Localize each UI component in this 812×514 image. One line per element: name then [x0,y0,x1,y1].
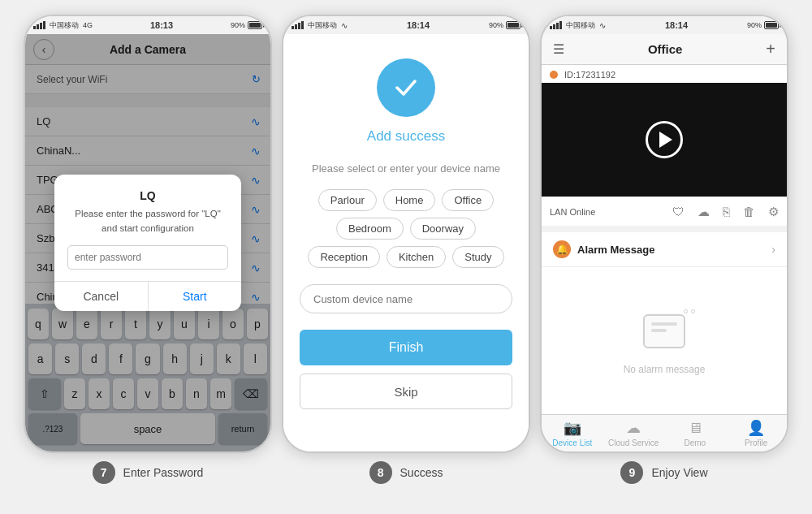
battery-icon-2 [506,21,520,29]
custom-input-wrap [300,284,512,313]
chip-parlour[interactable]: Parlour [318,189,377,211]
battery-icon-3 [764,21,779,29]
camera-status-text: LAN Online [550,207,672,217]
phone2-status-left: 中国移动 ∿ [292,20,348,31]
battery-pct-2: 90% [489,21,503,29]
msg-line-2 [651,329,667,332]
dots-decor [684,309,695,313]
carrier-3: 中国移动 [566,20,595,31]
screenshots-row: 中国移动 4G 18:13 90% ‹ Add a Camera Select … [7,0,805,453]
custom-device-name-input[interactable] [300,284,512,313]
phone2-frame: 中国移动 ∿ 18:14 90% Add success Please sele… [282,15,530,453]
tab-cloud-service[interactable]: ☁ Cloud Service [603,419,665,447]
tab-profile[interactable]: 👤 Profile [726,419,788,447]
alarm-arrow-icon[interactable]: › [771,243,775,256]
phone1-status-left: 中国移动 4G [33,20,93,31]
carrier-text: 中国移动 [50,20,79,31]
chip-home[interactable]: Home [383,189,436,211]
cancel-button[interactable]: Cancel [54,282,149,311]
signal-bars-2 [292,21,304,29]
caption-num-2: 8 [369,461,392,484]
chip-kitchen[interactable]: Kitchen [387,246,446,268]
phone3-status-bar: 中国移动 ∿ 18:14 90% [542,16,787,34]
wifi-2: ∿ [341,21,348,30]
phone3-status-left: 中国移动 ∿ [550,20,606,31]
battery-pct: 90% [231,21,245,29]
add-button[interactable]: + [766,40,775,58]
alarm-icon: 🔔 [553,240,571,258]
phone2-status-bar: 中国移动 ∿ 18:14 90% [283,16,529,34]
online-dot [550,71,558,79]
phone2-content: Add success Please select or enter your … [283,34,529,451]
shield-icon[interactable]: 🛡 [672,205,685,218]
phone3-nav: ☰ Office + [542,34,787,65]
caption-text-1: Enter Password [123,466,204,479]
success-circle [377,58,435,117]
tab-cloud-label: Cloud Service [608,438,659,447]
signal-bars [33,21,45,29]
dialog-overlay: LQ Please enter the password for "LQ" an… [25,34,270,451]
phone2-battery: 90% [489,21,520,29]
password-input[interactable] [67,245,228,270]
cloud-service-icon: ☁ [626,419,641,437]
phone3-content: ☰ Office + ID:17231192 LAN Online � [542,34,787,451]
alarm-empty: No alarm message [542,267,787,414]
tab-demo[interactable]: 🖥 Demo [664,420,726,447]
alarm-header: 🔔 Alarm Message › [542,232,787,267]
phone1-battery: 90% [231,21,262,29]
add-success-text: Add success [367,128,445,145]
device-list-icon: 📷 [564,419,581,437]
dot-1 [684,309,688,313]
delete-icon[interactable]: 🗑 [743,205,755,218]
skip-button[interactable]: Skip [300,374,512,409]
carrier-2: 中国移动 [308,20,337,31]
chip-reception[interactable]: Reception [308,246,380,268]
name-chips: Parlour Home Office Bedroom Doorway Rece… [300,189,512,268]
password-dialog: LQ Please enter the password for "LQ" an… [54,175,241,311]
tab-demo-label: Demo [684,438,706,447]
check-icon [391,72,421,103]
caption-text-3: Enjoy View [651,466,707,479]
caption-1: 7 Enter Password [24,461,272,484]
tab-bar: 📷 Device List ☁ Cloud Service 🖥 Demo 👤 P… [542,414,787,451]
tab-device-list-label: Device List [552,438,592,447]
empty-msg-box [643,314,685,348]
caption-num-3: 9 [620,461,643,484]
settings-icon[interactable]: ⚙ [768,205,779,219]
dot-2 [691,309,695,313]
camera-id: ID:17231192 [564,70,615,80]
caption-num-1: 7 [93,461,115,484]
start-button[interactable]: Start [149,282,242,311]
chip-office[interactable]: Office [442,189,494,211]
finish-button[interactable]: Finish [300,330,512,365]
device-name-prompt: Please select or enter your device name [305,162,507,175]
prompt-text: Please select or enter your device name [312,162,500,175]
tab-device-list[interactable]: 📷 Device List [542,419,603,447]
hamburger-icon[interactable]: ☰ [553,41,564,57]
share-icon[interactable]: ⎘ [723,205,730,218]
chip-study[interactable]: Study [452,246,503,268]
phone1-time: 18:13 [150,20,173,30]
phone1-status-bar: 中国移动 4G 18:13 90% [25,16,270,34]
caption-3: 9 Enjoy View [540,461,788,484]
battery-pct-3: 90% [747,21,762,29]
cloud-icon[interactable]: ☁ [698,205,710,219]
signal-bars-3 [550,21,562,29]
chip-doorway[interactable]: Doorway [410,218,476,240]
captions-row: 7 Enter Password 8 Success 9 Enjoy View [7,453,805,484]
camera-card: ID:17231192 LAN Online 🛡 ☁ ⎘ 🗑 ⚙ [542,65,787,226]
caption-text-2: Success [400,466,443,479]
chip-bedroom[interactable]: Bedroom [336,218,404,240]
alarm-empty-text: No alarm message [624,364,706,375]
alarm-title: Alarm Message [577,244,771,256]
dialog-buttons: Cancel Start [54,281,241,311]
camera-id-bar: ID:17231192 [542,65,787,83]
camera-status-bar: LAN Online 🛡 ☁ ⎘ 🗑 ⚙ [542,197,787,226]
dialog-title: LQ [67,189,228,202]
play-button[interactable] [646,121,683,158]
phone3-frame: 中国移动 ∿ 18:14 90% ☰ Office + ID:17231192 [540,15,788,453]
phone3-time: 18:14 [665,20,688,30]
wifi-3: ∿ [599,21,606,30]
msg-lines [645,316,684,342]
camera-video[interactable] [542,83,787,197]
